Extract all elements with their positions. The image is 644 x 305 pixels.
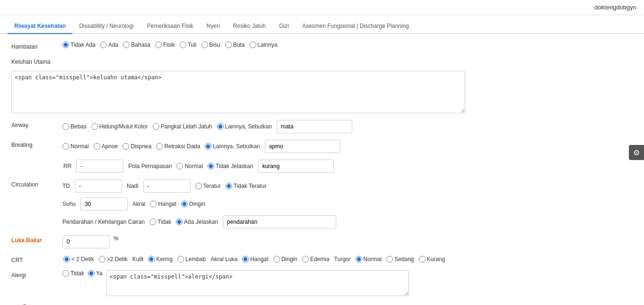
crt-label: CRT	[11, 255, 59, 263]
pola-normal[interactable]: Normal	[176, 163, 203, 169]
alergi-row: Alergi Tidak Ya <span class="misspell">a…	[11, 270, 633, 296]
airway-pangkal[interactable]: Pangkal Lidah Jatuh	[153, 123, 212, 130]
tab-asesmen[interactable]: Asesmen Fungsional | Discharge Planning	[296, 19, 416, 34]
akral-dingin[interactable]: Dingin	[181, 201, 205, 207]
turgor-sedang[interactable]: Sedang	[386, 256, 414, 263]
td-nadi-row: TD Nadi Teratur Tidak Teratur	[62, 179, 336, 193]
tab-nyeri[interactable]: Nyeri	[200, 19, 226, 34]
username: dokterigdobgyn	[594, 4, 636, 11]
pendarahan-row: Pendarahan / Kehilangan Cairan Tidak Ada…	[62, 215, 336, 229]
pendarahan-tidak[interactable]: Tidak	[149, 219, 171, 225]
breating-sebutkan-input[interactable]	[265, 140, 340, 153]
hambatan-lainnya[interactable]: Lainnya	[250, 42, 278, 48]
airway-lainnya[interactable]: Lainnya, Sebutkan	[217, 123, 272, 130]
hambatan-tuli[interactable]: Tuli	[180, 42, 197, 48]
gear-icon[interactable]: ⚙	[629, 145, 644, 160]
hambatan-ada[interactable]: Ada	[100, 42, 118, 48]
top-bar: dokterigdobgyn	[0, 0, 644, 15]
hambatan-buta[interactable]: Buta	[225, 42, 245, 48]
keluhan-label: Keluhan Utama	[11, 57, 51, 65]
suhu-input[interactable]	[80, 197, 128, 211]
nav-tabs: Riwayat Kesehatan Dissability / Neurolog…	[0, 15, 644, 34]
turgor-kurang[interactable]: Kurang	[419, 256, 445, 263]
rr-label: RR	[63, 163, 71, 169]
hambatan-bisu[interactable]: Bisu	[201, 42, 220, 48]
hambatan-bahasa[interactable]: Bahasa	[123, 42, 150, 48]
alergi-tidak[interactable]: Tidak	[62, 270, 84, 277]
alergi-ya[interactable]: Ya	[88, 270, 103, 277]
td-label: TD	[62, 183, 70, 189]
pola-tidak-jelaskan[interactable]: Tidak Jelaskan	[208, 163, 253, 169]
keluhan-textarea[interactable]: <span class="misspell">keluahn utama</sp…	[11, 71, 465, 113]
turgor-label: Turgor	[334, 256, 351, 263]
breating-options: Normal Apnoe Dispnea Retraksi Dada Lainn…	[62, 140, 340, 153]
pendarahan-label: Pendarahan / Kehilangan Cairan	[62, 219, 145, 225]
tab-resiko-jatuh[interactable]: Resiko Jatuh	[226, 19, 272, 34]
crt-lt2[interactable]: < 2 Detik	[63, 256, 94, 263]
luka-bakar-row: Luka Bakar %	[11, 235, 633, 248]
pendarahan-input[interactable]	[223, 215, 336, 229]
breating-lainnya[interactable]: Lainnya, Sebutkan	[205, 143, 260, 150]
breating-retraksi[interactable]: Retraksi Dada	[156, 143, 200, 150]
airway-label: Airway	[11, 120, 59, 128]
crt-gt2[interactable]: >2 Detik	[99, 256, 128, 263]
nadi-input[interactable]	[143, 179, 191, 193]
airway-options: Bebas Hidung/Mulut Kotor Pangkal Lidah J…	[62, 120, 352, 133]
akral-luka-edemia[interactable]: Edemia	[302, 256, 330, 263]
crt-row: CRT < 2 Detik >2 Detik Kulit Kering Lemb…	[11, 255, 633, 263]
pendarahan-ada[interactable]: Ada Jelaskan	[176, 219, 218, 225]
akral-hangat[interactable]: Hangat	[150, 201, 176, 207]
akral-luka-label: Akral Luka	[210, 256, 237, 263]
rr-row: RR Pola Pernapasan Normal Tidak Jelaskan	[63, 160, 633, 173]
simpan-container: Simpan	[11, 303, 633, 305]
arrow-icon	[11, 303, 35, 305]
pola-sebutkan-input[interactable]	[258, 160, 334, 173]
akral-luka-hangat[interactable]: Hangat	[242, 256, 269, 263]
akral-luka-dingin[interactable]: Dingin	[273, 256, 297, 263]
breating-row: Breating Normal Apnoe Dispnea Retraksi D…	[11, 140, 633, 153]
breating-apnoe[interactable]: Apnoe	[94, 143, 118, 150]
main-content: Hambatan Tidak Ada Ada Bahasa Fisik Tuli…	[0, 34, 644, 305]
arrow-wrapper: Simpan	[11, 303, 51, 305]
alergi-textarea[interactable]: <span class="misspell">alergi</span>	[106, 270, 409, 296]
nadi-teratur[interactable]: Teratur	[195, 183, 221, 189]
rr-input[interactable]	[76, 160, 123, 173]
keluhan-row: Keluhan Utama <span class="misspell">kel…	[11, 57, 633, 113]
td-input[interactable]	[75, 179, 122, 193]
tab-gizi[interactable]: Gizi	[272, 19, 296, 34]
circulation-label: Circulation	[11, 179, 59, 188]
airway-row: Airway Bebas Hidung/Mulut Kotor Pangkal …	[11, 120, 633, 133]
breating-label: Breating	[11, 140, 59, 148]
luka-bakar-unit: %	[113, 235, 119, 242]
kulit-lembab[interactable]: Lembab	[177, 256, 206, 263]
nadi-label: Nadi	[127, 183, 139, 189]
hambatan-label: Hambatan	[11, 42, 59, 50]
kulit-kering[interactable]: Kering	[148, 256, 173, 263]
hambatan-fisik[interactable]: Fisik	[155, 42, 175, 48]
hambatan-row: Hambatan Tidak Ada Ada Bahasa Fisik Tuli…	[11, 42, 633, 50]
airway-bebas[interactable]: Bebas	[62, 123, 87, 130]
suhu-akral-row: Suhu Akral Hangat Dingin	[62, 197, 336, 211]
airway-hidung[interactable]: Hidung/Mulut Kotor	[91, 123, 148, 130]
kulit-label: Kulit	[132, 256, 143, 263]
tab-dissability[interactable]: Dissability / Neurologi	[72, 19, 140, 34]
breating-dispnea[interactable]: Dispnea	[122, 143, 151, 150]
turgor-normal[interactable]: Normal	[356, 256, 382, 263]
hambatan-tidak-ada[interactable]: Tidak Ada	[62, 42, 96, 48]
nadi-tidak-teratur[interactable]: Tidak Teratur	[226, 183, 266, 189]
akral-label: Akral	[132, 201, 145, 207]
alergi-label: Alergi	[11, 270, 59, 279]
luka-bakar-input[interactable]	[62, 235, 110, 248]
pola-label: Pola Pernapasan	[128, 163, 172, 169]
luka-bakar-label: Luka Bakar	[11, 235, 59, 244]
tab-pemeriksaan-fisik[interactable]: Pemeriksaan Fisik	[140, 19, 200, 34]
circulation-row: Circulation TD Nadi Teratur Tidak Teratu…	[11, 179, 633, 229]
airway-sebutkan-input[interactable]	[277, 120, 352, 133]
tab-riwayat-kesehatan[interactable]: Riwayat Kesehatan	[8, 19, 72, 34]
breating-normal[interactable]: Normal	[62, 143, 89, 150]
suhu-label: Suhu	[62, 201, 76, 207]
hambatan-options: Tidak Ada Ada Bahasa Fisik Tuli Bisu But…	[62, 42, 278, 48]
